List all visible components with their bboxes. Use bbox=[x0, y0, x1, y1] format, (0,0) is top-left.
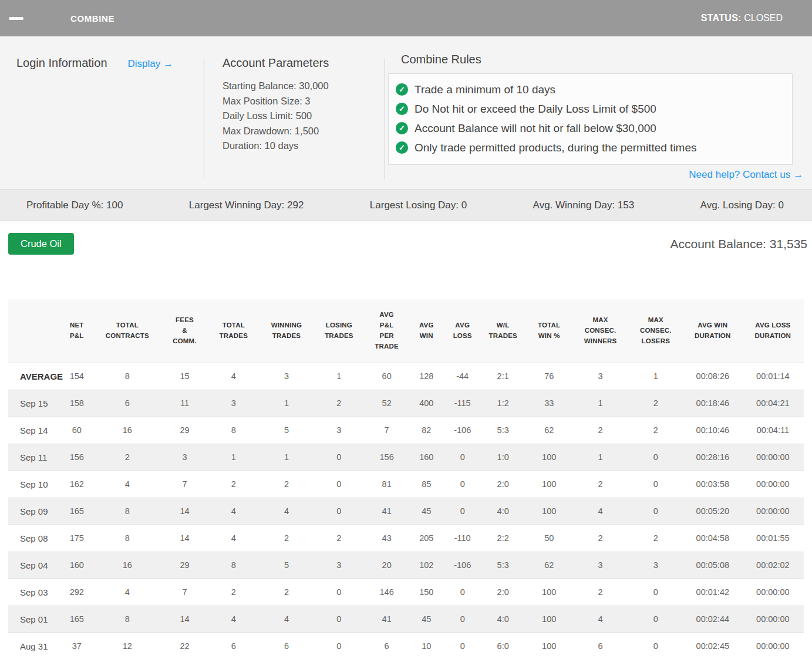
table-cell: 1 bbox=[628, 363, 683, 390]
account-parameter-line: Starting Balance: 30,000 bbox=[223, 79, 385, 94]
combine-rule-item: ✓Only trade permitted products, during t… bbox=[396, 138, 784, 157]
column-header: TOTAL WIN % bbox=[525, 299, 573, 363]
combine-rules-box: ✓Trade a minimum of 10 days✓Do Not hit o… bbox=[388, 73, 793, 165]
check-icon: ✓ bbox=[396, 122, 408, 134]
table-cell: 7 bbox=[162, 471, 207, 498]
table-cell: 0 bbox=[628, 633, 683, 660]
display-link[interactable]: Display → bbox=[128, 58, 173, 70]
row-label: Sep 14 bbox=[8, 417, 61, 444]
table-cell: 12 bbox=[92, 633, 162, 660]
table-cell: 0 bbox=[628, 444, 683, 471]
table-cell: 00:01:42 bbox=[683, 579, 742, 606]
table-cell: 8 bbox=[207, 552, 260, 579]
table-cell: -106 bbox=[444, 417, 480, 444]
table-cell: 3 bbox=[260, 363, 313, 390]
table-cell: 00:02:45 bbox=[683, 633, 742, 660]
table-cell: 2 bbox=[628, 525, 683, 552]
minimize-button[interactable] bbox=[9, 9, 26, 27]
table-cell: 43 bbox=[365, 525, 409, 552]
table-cell: 00:00:00 bbox=[742, 444, 804, 471]
table-cell: 2 bbox=[572, 471, 628, 498]
product-tab-crude-oil[interactable]: Crude Oil bbox=[8, 233, 74, 255]
row-label: Sep 11 bbox=[8, 444, 61, 471]
row-label: Sep 01 bbox=[8, 606, 61, 633]
table-cell: 4 bbox=[260, 498, 313, 525]
table-cell: 1:0 bbox=[480, 444, 525, 471]
table-cell: 0 bbox=[313, 633, 365, 660]
table-row: Sep 032924722014615002:01002000:01:4200:… bbox=[8, 579, 804, 606]
table-row: Sep 111562311015616001:01001000:28:1600:… bbox=[8, 444, 804, 471]
table-cell: -106 bbox=[444, 552, 480, 579]
table-row: Sep 04160162985320102-1065:3623300:05:08… bbox=[8, 552, 804, 579]
table-cell: 00:00:00 bbox=[742, 633, 804, 660]
daily-performance-table: NET P&LTOTAL CONTRACTSFEES & COMM.TOTAL … bbox=[8, 299, 804, 660]
combine-rule-item: ✓Do Not hit or exceed the Daily Loss Lim… bbox=[396, 99, 784, 119]
account-parameters-heading: Account Parameters bbox=[223, 56, 385, 70]
table-cell: 4 bbox=[572, 498, 628, 525]
combine-rule-text: Account Balance will not hit or fall bel… bbox=[415, 119, 656, 138]
column-header: TOTAL TRADES bbox=[207, 299, 260, 363]
table-cell: 00:05:08 bbox=[683, 552, 742, 579]
table-cell: 0 bbox=[313, 606, 365, 633]
table-cell: 3 bbox=[572, 552, 628, 579]
table-cell: 1 bbox=[572, 444, 628, 471]
table-cell: 16 bbox=[92, 417, 162, 444]
table-cell: 100 bbox=[525, 471, 573, 498]
table-row: Sep 14601629853782-1065:3622200:10:4600:… bbox=[8, 417, 804, 444]
table-header: NET P&LTOTAL CONTRACTSFEES & COMM.TOTAL … bbox=[8, 299, 804, 363]
table-cell: 0 bbox=[444, 444, 480, 471]
column-header: MAX CONSEC. LOSERS bbox=[628, 299, 683, 363]
table-cell: 2 bbox=[572, 525, 628, 552]
table-cell: 400 bbox=[409, 390, 444, 417]
row-label: Sep 10 bbox=[8, 471, 61, 498]
table-cell: 2:0 bbox=[480, 471, 525, 498]
combine-rule-text: Only trade permitted products, during th… bbox=[415, 138, 697, 157]
stat-item: Largest Winning Day: 292 bbox=[189, 200, 304, 211]
table-cell: 00:28:16 bbox=[683, 444, 742, 471]
table-cell: 00:02:02 bbox=[742, 552, 804, 579]
table-cell: 2 bbox=[260, 579, 313, 606]
table-cell: 00:05:20 bbox=[683, 498, 742, 525]
table-cell: 00:01:14 bbox=[742, 363, 804, 390]
table-cell: 14 bbox=[162, 606, 207, 633]
column-header: WINNING TRADES bbox=[260, 299, 313, 363]
table-cell: 60 bbox=[365, 363, 409, 390]
table-cell: 2:1 bbox=[480, 363, 525, 390]
combine-rules-heading: Combine Rules bbox=[401, 53, 803, 66]
table-cell: 6 bbox=[572, 633, 628, 660]
table-cell: 4:0 bbox=[480, 606, 525, 633]
table-cell: 4 bbox=[92, 471, 162, 498]
row-label: Sep 04 bbox=[8, 552, 61, 579]
table-cell: 3 bbox=[313, 417, 365, 444]
row-label: Sep 15 bbox=[8, 390, 61, 417]
column-header: TOTAL CONTRACTS bbox=[92, 299, 162, 363]
table-cell: 8 bbox=[92, 363, 162, 390]
account-parameters-list: Starting Balance: 30,000Max Position Siz… bbox=[223, 79, 385, 154]
table-cell: 85 bbox=[409, 471, 444, 498]
table-cell: 82 bbox=[409, 417, 444, 444]
table-cell: 8 bbox=[92, 525, 162, 552]
status-badge: STATUS: CLOSED bbox=[701, 13, 783, 23]
column-header: W/L TRADES bbox=[480, 299, 525, 363]
table-cell: 7 bbox=[365, 417, 409, 444]
account-parameter-line: Max Position Size: 3 bbox=[223, 94, 385, 109]
combine-rule-text: Do Not hit or exceed the Daily Loss Limi… bbox=[415, 99, 656, 119]
table-cell: 2 bbox=[207, 471, 260, 498]
column-header: AVG WIN bbox=[409, 299, 444, 363]
table-row: Sep 0817581442243205-1102:2502200:04:580… bbox=[8, 525, 804, 552]
table-cell: 3 bbox=[572, 363, 628, 390]
table-cell: 00:04:11 bbox=[742, 417, 804, 444]
table-cell: 6 bbox=[92, 390, 162, 417]
check-icon: ✓ bbox=[396, 141, 408, 154]
table-cell: 2:0 bbox=[480, 579, 525, 606]
table-cell: 14 bbox=[162, 498, 207, 525]
table-cell: 00:04:58 bbox=[683, 525, 742, 552]
column-header: LOSING TRADES bbox=[313, 299, 365, 363]
contact-us-link[interactable]: Need help? Contact us → bbox=[689, 169, 803, 180]
table-cell: -44 bbox=[444, 363, 480, 390]
window-titlebar: COMBINE STATUS: CLOSED bbox=[0, 0, 812, 36]
table-cell: 37 bbox=[61, 633, 92, 660]
table-cell: 62 bbox=[525, 417, 573, 444]
table-cell: 205 bbox=[409, 525, 444, 552]
table-cell: 5 bbox=[260, 552, 313, 579]
